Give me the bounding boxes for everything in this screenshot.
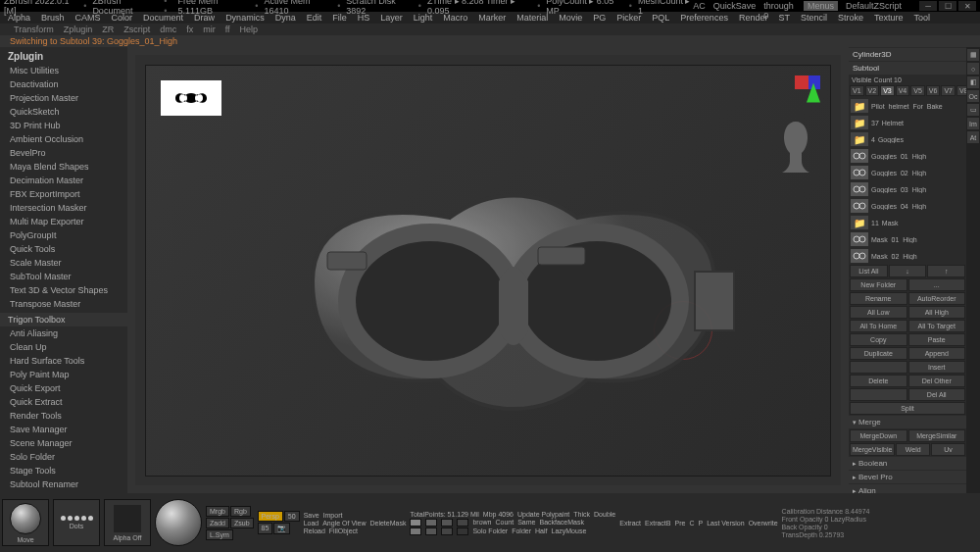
mergevisible-button[interactable]: MergeVisible bbox=[850, 443, 895, 456]
left-item[interactable]: Scale Master bbox=[0, 256, 127, 270]
load-button[interactable]: Load bbox=[304, 520, 319, 527]
tool-thumbnail[interactable] bbox=[161, 80, 221, 116]
left-item[interactable]: Clean Up bbox=[0, 340, 127, 354]
toolbar-icon[interactable]: Im bbox=[967, 118, 979, 129]
left-item[interactable]: Misc Utilities bbox=[0, 64, 127, 77]
weld-button[interactable]: Weld bbox=[896, 443, 930, 456]
toolbar-icon[interactable]: ◧ bbox=[967, 76, 979, 88]
align-expand[interactable]: Align bbox=[849, 484, 966, 493]
menu-material[interactable]: Material bbox=[512, 13, 553, 23]
quicksave-button[interactable]: QuickSave bbox=[713, 1, 757, 11]
subtool-item[interactable]: Goggles_04_High bbox=[849, 198, 966, 214]
right-button[interactable]: List All bbox=[850, 265, 888, 277]
menu-document[interactable]: Document bbox=[138, 13, 188, 23]
toolbar-icon[interactable]: Oc bbox=[967, 90, 979, 102]
menu-macro[interactable]: Macro bbox=[438, 13, 472, 23]
right-button[interactable]: ↑ bbox=[927, 265, 965, 277]
menus-toggle[interactable]: Menus bbox=[804, 1, 838, 11]
menu-texture[interactable]: Texture bbox=[869, 13, 908, 23]
vtab[interactable]: V7 bbox=[941, 85, 956, 96]
left-item[interactable]: Text 3D & Vector Shapes bbox=[0, 283, 127, 297]
left-item[interactable]: Save Manager bbox=[0, 423, 127, 436]
right-button[interactable]: Insert bbox=[908, 361, 966, 374]
right-button[interactable]: All To Target bbox=[908, 320, 966, 332]
menu-color[interactable]: Color bbox=[107, 13, 138, 23]
menu-brush[interactable]: Brush bbox=[36, 13, 70, 23]
submenu-transform[interactable]: Transform bbox=[10, 25, 58, 34]
import-button[interactable]: Import bbox=[323, 512, 343, 519]
subtool-item[interactable]: 📁37Helmet bbox=[849, 115, 966, 130]
vtab[interactable]: V5 bbox=[910, 85, 925, 96]
menu-file[interactable]: File bbox=[327, 13, 352, 23]
menu-light[interactable]: Light bbox=[409, 13, 438, 23]
alpha-tile[interactable]: Alpha Off bbox=[104, 499, 151, 546]
right-button[interactable]: New Folder bbox=[850, 278, 907, 291]
maximize-button[interactable]: ☐ bbox=[939, 1, 956, 11]
left-item[interactable]: Quick Export bbox=[0, 381, 127, 395]
zadd-button[interactable]: Zadd bbox=[206, 518, 229, 528]
lsym-button[interactable]: L.Sym bbox=[206, 529, 233, 540]
menu-dynamics[interactable]: Dynamics bbox=[220, 13, 270, 23]
left-item[interactable]: Solo Folder bbox=[0, 450, 127, 464]
right-button[interactable]: ↓ bbox=[889, 265, 927, 277]
submenu-zplugin[interactable]: Zplugin bbox=[60, 25, 97, 34]
reload-button[interactable]: Reload bbox=[304, 527, 325, 534]
submenu-help[interactable]: Help bbox=[236, 25, 263, 34]
left-subheader[interactable]: Trigon Toolbox bbox=[0, 313, 127, 326]
left-item[interactable]: Ambient Occlusion bbox=[0, 132, 127, 146]
bevelpro-expand[interactable]: Bevel Pro bbox=[849, 471, 966, 483]
p85-button[interactable]: 85 bbox=[258, 523, 273, 534]
rgb-button[interactable]: Rgb bbox=[230, 506, 251, 517]
menu-layer[interactable]: Layer bbox=[375, 13, 408, 23]
menu-stencil[interactable]: Stencil bbox=[796, 13, 832, 23]
right-button[interactable]: AutoReorder bbox=[908, 292, 966, 305]
submenu-zscript[interactable]: Zscript bbox=[120, 25, 154, 34]
menu-marker[interactable]: Marker bbox=[473, 13, 511, 23]
subtool-item[interactable]: Goggles_03_High bbox=[849, 181, 966, 197]
toolbar-icon[interactable]: ○ bbox=[967, 63, 979, 75]
menu-tool[interactable]: Tool bbox=[908, 13, 935, 23]
mergesimilar-button[interactable]: MergeSimilar bbox=[908, 429, 966, 442]
right-button[interactable]: Paste bbox=[908, 333, 966, 346]
stroke-tile[interactable]: Dots bbox=[53, 499, 100, 546]
deletemask-button[interactable]: DeleteMask bbox=[369, 520, 406, 527]
vtab[interactable]: V1 bbox=[850, 85, 864, 96]
left-item[interactable]: PolyGroupIt bbox=[0, 228, 127, 242]
left-item[interactable]: Intersection Masker bbox=[0, 201, 127, 215]
right-button[interactable] bbox=[850, 361, 907, 374]
subtool-item[interactable]: Mask_02_High bbox=[849, 248, 966, 264]
toolbar-icon[interactable]: ▦ bbox=[967, 49, 979, 61]
left-item[interactable]: 3D Print Hub bbox=[0, 119, 127, 132]
solo-button[interactable]: Solo Folder bbox=[472, 527, 508, 535]
script-label[interactable]: DefaultZScript bbox=[846, 1, 902, 11]
vtab[interactable]: V6 bbox=[926, 85, 941, 96]
material-sphere[interactable] bbox=[155, 499, 202, 546]
viewport[interactable] bbox=[135, 55, 841, 485]
subtool-item[interactable]: Mask_01_High bbox=[849, 231, 966, 247]
save-button[interactable]: Save bbox=[304, 512, 319, 519]
menu-cams[interactable]: CAMS bbox=[71, 13, 106, 23]
submenu-fx[interactable]: fx bbox=[182, 25, 197, 34]
menu-alpha[interactable]: Alpha bbox=[3, 13, 35, 23]
right-button[interactable]: All To Home bbox=[850, 320, 907, 332]
menu-preferences[interactable]: Preferences bbox=[675, 13, 733, 23]
subtool-item[interactable]: Goggles_02_High bbox=[849, 165, 966, 180]
mergedown-button[interactable]: MergeDown bbox=[850, 429, 907, 442]
extract-button[interactable]: Extract bbox=[619, 520, 641, 527]
left-item[interactable]: Maya Blend Shapes bbox=[0, 160, 127, 174]
subtool-item[interactable]: Goggles_01_High bbox=[849, 148, 966, 164]
left-item[interactable]: Subtool Renamer bbox=[0, 477, 127, 491]
subtool-header[interactable]: Subtool bbox=[849, 62, 966, 75]
left-item[interactable]: Transpose Master bbox=[0, 297, 127, 311]
menu-pg[interactable]: PG bbox=[588, 13, 611, 23]
toolbar-icon[interactable]: At bbox=[967, 131, 979, 143]
close-button[interactable]: ✕ bbox=[958, 1, 976, 11]
right-button[interactable]: Del Other bbox=[908, 375, 966, 387]
cam-icon[interactable]: 📷 bbox=[273, 523, 290, 534]
zsub-button[interactable]: Zsub bbox=[230, 518, 254, 528]
vtab[interactable]: V4 bbox=[896, 85, 910, 96]
subtool-item[interactable]: 📁Pilot_helmet_For_Bake bbox=[849, 98, 966, 114]
left-item[interactable]: Deactivation bbox=[0, 77, 127, 91]
submenu-dmc[interactable]: dmc bbox=[156, 25, 180, 34]
head-reference[interactable] bbox=[776, 120, 815, 174]
